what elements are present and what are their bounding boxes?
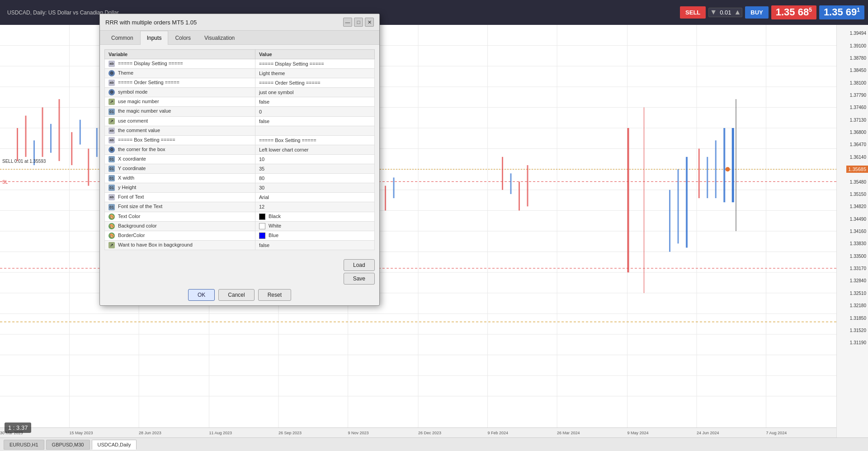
value-cell[interactable]: 80 <box>255 174 375 183</box>
row-icon-ab: ab <box>108 80 115 86</box>
variable-label: the corner for the box <box>118 147 165 152</box>
value-cell[interactable] <box>255 126 375 135</box>
value-cell[interactable]: 10 <box>255 154 375 164</box>
table-row: ↗ use comment false <box>105 116 375 126</box>
row-icon-01: 01 <box>108 175 115 181</box>
table-row: ab ===== Box Setting ===== ===== Box Set… <box>105 135 375 145</box>
variable-label: Background color <box>118 223 157 228</box>
table-row: 🎨 Text Color Black <box>105 212 375 221</box>
dialog-actions: OK Cancel Reset <box>100 289 379 305</box>
table-row: ⚙ symbol mode just one symbol <box>105 88 375 97</box>
color-swatch-blue <box>259 233 265 239</box>
table-row: 🎨 BorderColor Blue <box>105 231 375 240</box>
row-icon-color: 🎨 <box>108 223 115 229</box>
value-cell[interactable]: 30 <box>255 183 375 193</box>
variable-label: BorderColor <box>118 233 145 238</box>
variable-label: Want to have Box in bagckground <box>118 242 193 247</box>
table-row: ab the comment value <box>105 126 375 135</box>
row-icon-01: 01 <box>108 156 115 162</box>
value-cell: ===== Display Setting ===== <box>255 59 375 69</box>
table-row: ab ===== Display Setting ===== ===== Dis… <box>105 59 375 69</box>
ok-button[interactable]: OK <box>188 289 215 301</box>
value-cell[interactable]: 12 <box>255 202 375 212</box>
value-cell: ===== Box Setting ===== <box>255 135 375 145</box>
dialog-titlebar: RRR with multiple orders MT5 1.05 — □ ✕ <box>100 14 379 31</box>
row-icon-arrow: ↗ <box>108 118 115 124</box>
value-cell[interactable]: just one symbol <box>255 88 375 97</box>
dialog-body: Variable Value ab ===== Display Setting … <box>100 45 379 255</box>
col-variable: Variable <box>105 50 255 59</box>
tab-visualization[interactable]: Visualization <box>198 31 241 45</box>
row-icon-color: 🎨 <box>108 233 115 239</box>
row-icon-01: 01 <box>108 185 115 191</box>
params-table: Variable Value ab ===== Display Setting … <box>104 49 375 250</box>
variable-label: Y coordinate <box>118 166 146 171</box>
tab-inputs[interactable]: Inputs <box>140 31 169 45</box>
table-row: 01 Font size of the Text 12 <box>105 202 375 212</box>
variable-label: ===== Order Setting ===== <box>118 80 179 85</box>
value-cell[interactable]: false <box>255 97 375 107</box>
row-icon-ab: ab <box>108 137 115 143</box>
row-icon-ab: ab <box>108 128 115 134</box>
value-cell: ===== Order Setting ===== <box>255 78 375 88</box>
variable-label: the magic number value <box>118 108 171 114</box>
row-icon-ab: ab <box>108 194 115 200</box>
value-cell[interactable]: 0 <box>255 107 375 116</box>
value-cell[interactable]: Light theme <box>255 69 375 78</box>
table-row: ⚙ the corner for the box Left lower char… <box>105 145 375 154</box>
value-cell[interactable]: Blue <box>255 231 375 240</box>
value-cell[interactable]: Left lower chart corner <box>255 145 375 154</box>
table-row: 01 y Height 30 <box>105 183 375 193</box>
modal-overlay: RRR with multiple orders MT5 1.05 — □ ✕ … <box>0 0 868 451</box>
table-row: 01 the magic number value 0 <box>105 107 375 116</box>
table-row: ab ===== Order Setting ===== ===== Order… <box>105 78 375 88</box>
settings-dialog: RRR with multiple orders MT5 1.05 — □ ✕ … <box>99 14 380 306</box>
variable-label: Font of Text <box>118 194 144 199</box>
variable-label: the comment value <box>118 128 160 133</box>
table-row: ⚙ Theme Light theme <box>105 69 375 78</box>
save-button[interactable]: Save <box>344 273 375 285</box>
variable-label: symbol mode <box>118 89 147 95</box>
value-cell[interactable]: false <box>255 116 375 126</box>
table-row: 01 X width 80 <box>105 174 375 183</box>
table-row: ab Font of Text Arial <box>105 193 375 202</box>
row-icon-gear: ⚙ <box>108 147 115 153</box>
table-row: ↗ Want to have Box in bagckground false <box>105 240 375 250</box>
load-save-col: Load Save <box>344 259 375 285</box>
footer-right: Load Save <box>344 259 375 285</box>
minimize-button[interactable]: — <box>343 18 352 27</box>
load-button[interactable]: Load <box>344 259 375 271</box>
cancel-button[interactable]: Cancel <box>218 289 254 301</box>
row-icon-color: 🎨 <box>108 214 115 220</box>
tab-colors[interactable]: Colors <box>168 31 198 45</box>
variable-label: X coordiante <box>118 156 146 161</box>
tab-common[interactable]: Common <box>104 31 140 45</box>
table-row: 01 Y coordinate 35 <box>105 164 375 174</box>
row-icon-01: 01 <box>108 204 115 210</box>
dialog-controls: — □ ✕ <box>343 18 374 27</box>
reset-button[interactable]: Reset <box>258 289 291 301</box>
variable-label: use magic number <box>118 99 159 104</box>
variable-label: ===== Display Setting ===== <box>118 61 183 66</box>
row-icon-ab: ab <box>108 61 115 67</box>
variable-label: ===== Box Setting ===== <box>118 137 175 142</box>
variable-label: Font size of the Text <box>118 204 162 209</box>
col-value: Value <box>255 50 375 59</box>
dialog-tabs: Common Inputs Colors Visualization <box>100 31 379 45</box>
variable-label: Text Color <box>118 214 141 219</box>
dialog-title: RRR with multiple orders MT5 1.05 <box>105 19 197 26</box>
value-cell[interactable]: Arial <box>255 193 375 202</box>
close-button[interactable]: ✕ <box>365 18 374 27</box>
value-cell[interactable]: Black <box>255 212 375 221</box>
row-icon-arrow: ↗ <box>108 99 115 105</box>
dialog-footer: Load Save <box>100 255 379 289</box>
variable-label: X width <box>118 175 134 180</box>
row-icon-01: 01 <box>108 109 115 115</box>
value-cell[interactable]: White <box>255 221 375 231</box>
maximize-button[interactable]: □ <box>354 18 363 27</box>
row-icon-gear: ⚙ <box>108 89 115 95</box>
table-row: 🎨 Background color White <box>105 221 375 231</box>
table-row: 01 X coordiante 10 <box>105 154 375 164</box>
value-cell[interactable]: false <box>255 240 375 250</box>
value-cell[interactable]: 35 <box>255 164 375 174</box>
